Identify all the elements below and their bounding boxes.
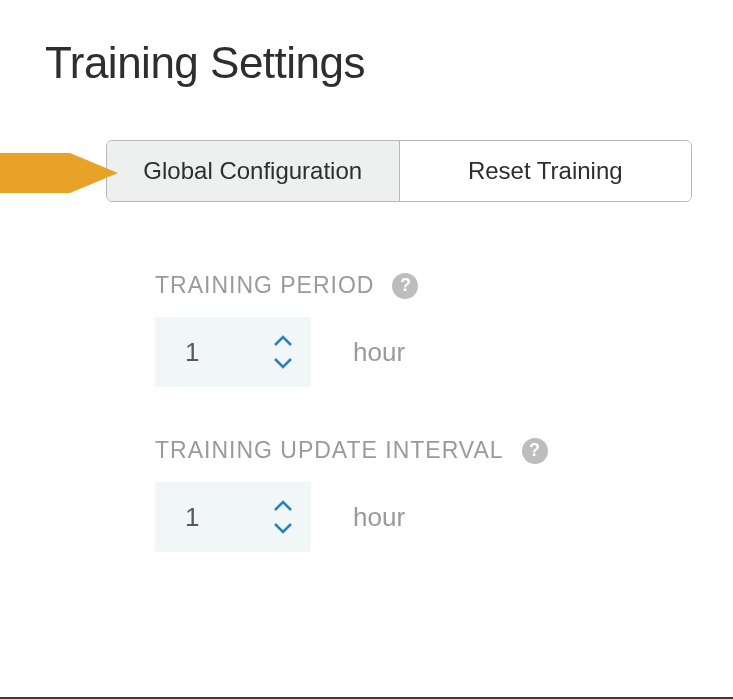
chevron-down-icon[interactable] (271, 354, 295, 372)
training-update-interval-label: TRAINING UPDATE INTERVAL (155, 437, 504, 464)
training-update-interval-value: 1 (155, 502, 199, 533)
help-icon[interactable]: ? (392, 273, 418, 299)
training-update-interval-input[interactable]: 1 (155, 482, 311, 552)
help-icon[interactable]: ? (522, 438, 548, 464)
chevron-down-icon[interactable] (271, 519, 295, 537)
training-period-label: TRAINING PERIOD (155, 272, 374, 299)
field-training-update-interval: TRAINING UPDATE INTERVAL ? 1 hour (155, 437, 733, 552)
field-training-period: TRAINING PERIOD ? 1 hour (155, 272, 733, 387)
page-title: Training Settings (45, 38, 733, 88)
chevron-up-icon[interactable] (271, 332, 295, 350)
form-section: TRAINING PERIOD ? 1 hour TRAINING UPDATE… (155, 272, 733, 552)
tab-reset-training[interactable]: Reset Training (399, 141, 692, 201)
tab-bar: Global Configuration Reset Training (106, 140, 692, 202)
training-period-value: 1 (155, 337, 199, 368)
training-update-interval-unit: hour (311, 482, 495, 552)
chevron-up-icon[interactable] (271, 497, 295, 515)
tab-global-configuration[interactable]: Global Configuration (107, 141, 399, 201)
training-period-input[interactable]: 1 (155, 317, 311, 387)
pointer-arrow-icon (0, 153, 120, 193)
training-period-unit: hour (311, 317, 495, 387)
